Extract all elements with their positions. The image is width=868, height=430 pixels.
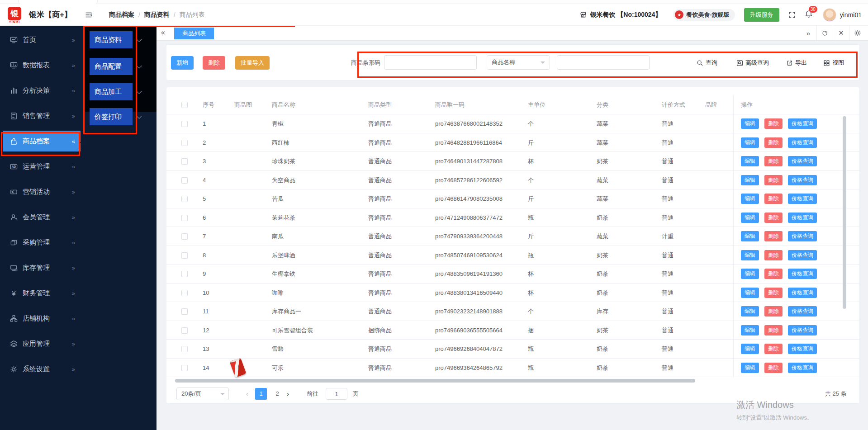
add-button[interactable]: 新增 bbox=[171, 56, 194, 70]
row-checkbox[interactable] bbox=[181, 271, 188, 277]
sidebar-item-apps[interactable]: 应用管理» bbox=[3, 333, 81, 354]
row-checkbox[interactable] bbox=[181, 365, 188, 371]
price-query-button[interactable]: 价格查询 bbox=[788, 269, 817, 279]
edit-button[interactable]: 编辑 bbox=[741, 194, 759, 204]
delete-row-button[interactable]: 删除 bbox=[764, 363, 783, 373]
edit-button[interactable]: 编辑 bbox=[741, 250, 759, 260]
vertical-scrollbar[interactable] bbox=[843, 116, 846, 309]
page-size-select[interactable]: 20条/页 bbox=[176, 387, 229, 400]
row-checkbox[interactable] bbox=[181, 346, 188, 352]
advanced-search-button[interactable]: 高级查询 bbox=[736, 56, 769, 70]
price-query-button[interactable]: 价格查询 bbox=[788, 363, 817, 373]
breadcrumb-item[interactable]: 商品档案 bbox=[109, 11, 134, 19]
product-image-cola-can[interactable] bbox=[229, 357, 246, 378]
edit-button[interactable]: 编辑 bbox=[741, 175, 759, 185]
delete-row-button[interactable]: 删除 bbox=[764, 288, 783, 298]
barcode-input[interactable] bbox=[384, 55, 477, 70]
sidebar-item-org[interactable]: 店铺机构» bbox=[3, 308, 81, 329]
edit-button[interactable]: 编辑 bbox=[741, 306, 759, 317]
sidebar-item-settings[interactable]: 系统设置» bbox=[3, 359, 81, 379]
row-checkbox[interactable] bbox=[181, 327, 188, 334]
page-number-1[interactable]: 1 bbox=[255, 388, 267, 400]
delete-row-button[interactable]: 删除 bbox=[764, 175, 783, 185]
sidebar-item-purchase[interactable]: 采购管理» bbox=[3, 232, 81, 253]
sidebar-item-sales[interactable]: 销售管理» bbox=[3, 105, 81, 126]
next-page-icon[interactable]: › bbox=[287, 387, 289, 400]
price-query-button[interactable]: 价格查询 bbox=[788, 118, 817, 129]
price-query-button[interactable]: 价格查询 bbox=[788, 306, 817, 317]
plan-badge[interactable]: ★ 餐饮美食-旗舰版 bbox=[673, 9, 735, 21]
price-query-button[interactable]: 价格查询 bbox=[788, 344, 817, 354]
menu-fold-icon[interactable] bbox=[85, 11, 93, 19]
row-checkbox[interactable] bbox=[181, 140, 188, 146]
upgrade-service-button[interactable]: 升级服务 bbox=[744, 8, 779, 22]
delete-row-button[interactable]: 删除 bbox=[764, 344, 783, 354]
batch-import-button[interactable]: 批量导入 bbox=[235, 56, 270, 70]
name-field-select[interactable]: 商品名称 bbox=[487, 55, 550, 70]
delete-row-button[interactable]: 删除 bbox=[764, 194, 783, 204]
row-checkbox[interactable] bbox=[181, 215, 188, 221]
delete-row-button[interactable]: 删除 bbox=[764, 137, 783, 148]
row-checkbox[interactable] bbox=[181, 177, 188, 184]
sidebar-item-report[interactable]: 数据报表» bbox=[3, 55, 81, 76]
search-button[interactable]: 查询 bbox=[697, 56, 717, 70]
delete-row-button[interactable]: 删除 bbox=[764, 231, 783, 241]
sidebar-item-member[interactable]: 会员管理» bbox=[3, 207, 81, 227]
edit-button[interactable]: 编辑 bbox=[741, 363, 759, 373]
horizontal-scrollbar[interactable] bbox=[175, 379, 695, 383]
row-checkbox[interactable] bbox=[181, 196, 188, 202]
sidebar-item-inventory[interactable]: 库存管理» bbox=[3, 257, 81, 278]
edit-button[interactable]: 编辑 bbox=[741, 118, 759, 129]
price-query-button[interactable]: 价格查询 bbox=[788, 137, 817, 148]
name-input[interactable] bbox=[557, 55, 650, 70]
delete-button[interactable]: 删除 bbox=[203, 56, 225, 70]
delete-row-button[interactable]: 删除 bbox=[764, 325, 783, 335]
row-checkbox[interactable] bbox=[181, 252, 188, 259]
row-checkbox[interactable] bbox=[181, 308, 188, 315]
sidebar-item-goods[interactable]: 商品档案« bbox=[3, 131, 81, 151]
sidebar-item-operation[interactable]: AD运营管理» bbox=[3, 156, 81, 177]
submenu-item-4[interactable]: 价签打印 bbox=[90, 108, 133, 125]
edit-button[interactable]: 编辑 bbox=[741, 213, 759, 223]
submenu-item-1[interactable]: 商品资料 bbox=[90, 31, 133, 48]
refresh-icon[interactable] bbox=[816, 26, 833, 40]
fullscreen-icon[interactable] bbox=[788, 11, 796, 19]
delete-row-button[interactable]: 删除 bbox=[764, 156, 783, 166]
close-icon[interactable]: ✕ bbox=[833, 26, 849, 40]
submenu-item-3[interactable]: 商品加工 bbox=[90, 83, 133, 100]
edit-button[interactable]: 编辑 bbox=[741, 231, 759, 241]
price-query-button[interactable]: 价格查询 bbox=[788, 213, 817, 223]
price-query-button[interactable]: 价格查询 bbox=[788, 156, 817, 166]
edit-button[interactable]: 编辑 bbox=[741, 325, 759, 335]
chevron-down-icon[interactable] bbox=[136, 113, 142, 119]
page-number-2[interactable]: 2 bbox=[271, 388, 283, 400]
price-query-button[interactable]: 价格查询 bbox=[788, 288, 817, 298]
delete-row-button[interactable]: 删除 bbox=[764, 269, 783, 279]
price-query-button[interactable]: 价格查询 bbox=[788, 194, 817, 204]
sidebar-item-marketing[interactable]: 营销活动» bbox=[3, 181, 81, 202]
export-button[interactable]: 导出 bbox=[786, 56, 807, 70]
sidebar-item-home[interactable]: 首页» bbox=[3, 29, 81, 50]
notifications[interactable]: 30 bbox=[805, 10, 813, 20]
edit-button[interactable]: 编辑 bbox=[741, 288, 759, 298]
tab-product-list[interactable]: 商品列表 bbox=[174, 28, 214, 39]
price-query-button[interactable]: 价格查询 bbox=[788, 325, 817, 335]
row-checkbox[interactable] bbox=[181, 121, 188, 127]
gear-icon[interactable] bbox=[849, 26, 865, 40]
submenu-item-2[interactable]: 商品配置 bbox=[90, 58, 133, 75]
delete-row-button[interactable]: 删除 bbox=[764, 118, 783, 129]
edit-button[interactable]: 编辑 bbox=[741, 156, 759, 166]
edit-button[interactable]: 编辑 bbox=[741, 137, 759, 148]
delete-row-button[interactable]: 删除 bbox=[764, 213, 783, 223]
delete-row-button[interactable]: 删除 bbox=[764, 306, 783, 317]
price-query-button[interactable]: 价格查询 bbox=[788, 175, 817, 185]
breadcrumb-item[interactable]: 商品资料 bbox=[144, 11, 170, 19]
row-checkbox[interactable] bbox=[181, 290, 188, 296]
tab-scroll-left-icon[interactable]: « bbox=[161, 28, 165, 37]
sidebar-item-analysis[interactable]: 分析决策» bbox=[3, 80, 81, 101]
select-all-checkbox[interactable] bbox=[181, 102, 188, 108]
row-checkbox[interactable] bbox=[181, 233, 188, 240]
view-button[interactable]: 视图 bbox=[823, 56, 844, 70]
prev-page-icon[interactable]: ‹ bbox=[246, 387, 248, 400]
edit-button[interactable]: 编辑 bbox=[741, 344, 759, 354]
